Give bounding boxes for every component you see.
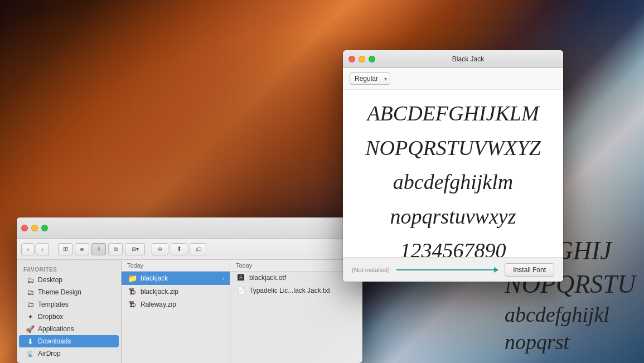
sidebar-item-theme-design[interactable]: 🗂 Theme Design (19, 286, 119, 298)
sidebar-item-downloads[interactable]: ⬇ Downloads (19, 335, 119, 347)
preview-line-3: abcdefghijklm (356, 170, 550, 195)
column-view-icon: ⫴ (98, 246, 100, 253)
maximize-button[interactable] (41, 225, 48, 231)
sidebar-item-label: Applications (38, 325, 74, 333)
icon-view-button[interactable]: ⊞ (58, 243, 72, 255)
list-view-icon: ≡ (80, 246, 84, 253)
preview-line-1: ABCDEFGHIJKLM (356, 101, 550, 127)
preview-line-5: 1234567890 (356, 238, 550, 257)
file-label: Typadelic Lic...lack Jack.txt (249, 287, 330, 294)
sidebar-item-label: Theme Design (38, 288, 81, 296)
sidebar-item-desktop[interactable]: 🗂 Desktop (19, 274, 119, 286)
column-header-1: Today (122, 260, 230, 272)
file-label: blackjack.otf (249, 274, 286, 282)
arrow-line (396, 269, 498, 270)
not-installed-label: (Not installed) (352, 267, 390, 273)
file-label: Raleway.zip (141, 301, 176, 308)
font-window: Black Jack Regular ABCDEFGHIJKLM NOPQRST… (343, 50, 563, 282)
group-view-icon: ⊞▾ (132, 246, 139, 252)
font-titlebar: Black Jack (343, 50, 563, 68)
traffic-lights (21, 225, 48, 231)
zip-icon: 🗜 (127, 288, 137, 296)
content-area: Today 📁 blackjack › 🗜 blackjack.zip 🗜 Ra… (122, 260, 362, 363)
file-column-2: Today 🅰 blackjack.otf 📄 Typadelic Lic...… (230, 260, 353, 363)
sidebar: Favorites 🗂 Desktop 🗂 Theme Design 🗂 Tem… (17, 260, 122, 363)
font-bottom-bar: (Not installed) Install Font (343, 257, 563, 282)
file-column-1: Today 📁 blackjack › 🗜 blackjack.zip 🗜 Ra… (122, 260, 230, 363)
cover-view-button[interactable]: ⧉ (108, 243, 123, 255)
airdrop-icon: 📡 (26, 349, 35, 358)
folder-icon: 📁 (127, 274, 137, 283)
file-item-blackjack-folder[interactable]: 📁 blackjack › (122, 272, 230, 285)
group-view-button[interactable]: ⊞▾ (125, 243, 145, 255)
text-icon: 📄 (236, 287, 246, 294)
file-label: blackjack.zip (141, 288, 178, 296)
forward-icon: › (41, 246, 43, 253)
share-button[interactable]: ⬆ (171, 243, 187, 255)
install-font-button[interactable]: Install Font (505, 263, 554, 277)
back-button[interactable]: ‹ (21, 243, 35, 255)
sidebar-item-dropbox[interactable]: ✦ Dropbox (19, 311, 119, 323)
sidebar-item-label: Dropbox (38, 313, 63, 321)
sidebar-item-airdrop[interactable]: 📡 AirDrop (19, 347, 119, 360)
finder-window: ‹ › ⊞ ≡ ⫴ ⧉ ⊞▾ ⚙ (17, 217, 362, 363)
sidebar-item-label: Templates (38, 301, 69, 308)
finder-titlebar (17, 217, 362, 239)
downloads-icon: ⬇ (26, 337, 35, 346)
icon-view-icon: ⊞ (63, 245, 68, 253)
file-item-raleway-zip[interactable]: 🗜 Raleway.zip (122, 298, 230, 311)
cover-view-icon: ⧉ (114, 246, 118, 253)
font-window-title: Black Jack (379, 55, 558, 63)
preview-line-4: nopqrstuvwxyz (356, 204, 550, 230)
gear-icon: ⚙ (158, 246, 162, 252)
font-preview-area: ABCDEFGHIJKLM NOPQRSTUVWXYZ abcdefghijkl… (343, 90, 563, 257)
folder-arrow: › (222, 275, 224, 282)
dropbox-icon: ✦ (26, 312, 35, 321)
tag-icon: 🏷 (195, 246, 201, 253)
column-header-2: Today (230, 260, 353, 272)
theme-design-icon: 🗂 (26, 288, 35, 297)
font-style-bar: Regular (343, 68, 563, 90)
minimize-button[interactable] (31, 225, 38, 231)
sidebar-item-label: Desktop (38, 276, 62, 284)
finder-toolbar: ‹ › ⊞ ≡ ⫴ ⧉ ⊞▾ ⚙ (17, 239, 362, 260)
action-buttons: ⚙ ⬆ 🏷 (152, 243, 206, 255)
share-icon: ⬆ (177, 245, 182, 253)
font-maximize-button[interactable] (369, 56, 375, 62)
file-item-blackjack-zip[interactable]: 🗜 blackjack.zip (122, 285, 230, 298)
desktop-icon: 🗂 (26, 275, 35, 284)
font-icon: 🅰 (236, 274, 246, 282)
close-button[interactable] (21, 225, 28, 231)
finder-body: Favorites 🗂 Desktop 🗂 Theme Design 🗂 Tem… (17, 260, 362, 363)
file-item-typadelic[interactable]: 📄 Typadelic Lic...lack Jack.txt (230, 284, 353, 297)
view-buttons: ⊞ ≡ ⫴ ⧉ ⊞▾ (58, 243, 145, 255)
forward-button[interactable]: › (36, 243, 49, 255)
zip-icon-2: 🗜 (127, 301, 137, 308)
templates-icon: 🗂 (26, 300, 35, 309)
sidebar-item-label: AirDrop (38, 350, 61, 357)
file-item-blackjack-otf[interactable]: 🅰 blackjack.otf (230, 272, 353, 284)
back-icon: ‹ (27, 246, 29, 253)
style-select-wrapper[interactable]: Regular (350, 72, 390, 85)
sidebar-section-label: Favorites (17, 264, 121, 274)
sidebar-item-templates[interactable]: 🗂 Templates (19, 298, 119, 311)
column-view-button[interactable]: ⫴ (91, 243, 106, 255)
tag-button[interactable]: 🏷 (190, 243, 206, 255)
applications-icon: 🚀 (26, 325, 35, 333)
preview-line-2: NOPQRSTUVWXYZ (356, 135, 550, 161)
font-minimize-button[interactable] (359, 56, 365, 62)
sidebar-item-applications[interactable]: 🚀 Applications (19, 323, 119, 335)
nav-buttons: ‹ › (21, 243, 49, 255)
font-close-button[interactable] (348, 56, 355, 62)
list-view-button[interactable]: ≡ (75, 243, 89, 255)
font-traffic-lights (348, 56, 375, 62)
action-button[interactable]: ⚙ (152, 243, 168, 255)
sidebar-item-label: Downloads (38, 337, 71, 345)
install-arrow (396, 269, 498, 270)
file-label: blackjack (141, 274, 168, 282)
style-select[interactable]: Regular (350, 72, 390, 85)
